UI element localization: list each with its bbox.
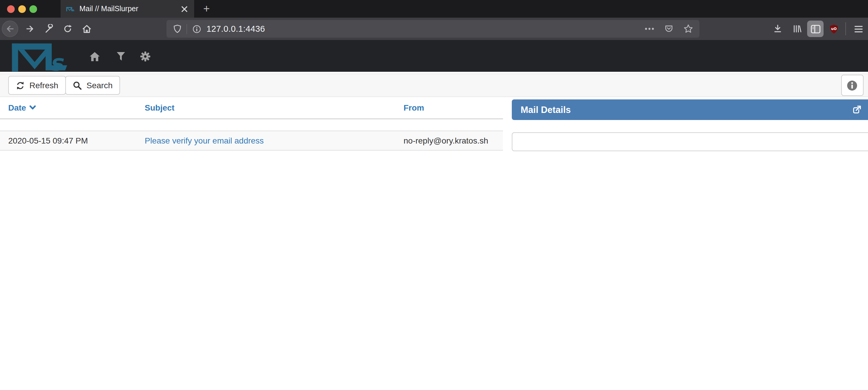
- nav-filter-button[interactable]: [115, 51, 126, 62]
- mail-list-table: Date Subject From 2020-05-15 09:47 PM Pl…: [0, 97, 503, 151]
- tab-title: Mail // MailSlurper: [80, 5, 179, 13]
- back-button[interactable]: [2, 21, 18, 37]
- column-header-subject[interactable]: Subject: [136, 103, 395, 112]
- info-circle-icon: [846, 80, 858, 91]
- home-icon: [82, 24, 91, 34]
- search-icon: [73, 81, 82, 90]
- download-icon: [773, 24, 782, 33]
- column-header-date[interactable]: Date: [0, 103, 136, 112]
- pocket-icon[interactable]: [664, 24, 674, 33]
- filter-icon: [116, 52, 125, 61]
- new-tab-button[interactable]: +: [198, 0, 215, 18]
- window-minimize-button[interactable]: [18, 5, 26, 13]
- window-zoom-button[interactable]: [29, 5, 37, 13]
- mail-date-cell: 2020-05-15 09:47 PM: [0, 136, 136, 145]
- window-close-button[interactable]: [7, 5, 15, 13]
- tab-close-icon[interactable]: [179, 4, 189, 13]
- developer-tools-button[interactable]: [40, 21, 57, 37]
- mailslurper-navbar: s: [0, 40, 868, 72]
- sidebar-toggle-button[interactable]: [807, 21, 824, 37]
- mailslurper-favicon: s: [66, 5, 75, 13]
- downloads-button[interactable]: [770, 21, 786, 37]
- column-header-from[interactable]: From: [395, 103, 503, 112]
- tab-strip: s Mail // MailSlurper +: [0, 0, 868, 18]
- ublock-icon: uO: [829, 24, 839, 34]
- refresh-button[interactable]: Refresh: [8, 76, 66, 95]
- svg-text:s: s: [50, 50, 64, 72]
- empty-table-row: [0, 119, 503, 131]
- external-link-icon: [852, 105, 861, 114]
- open-in-new-window-button[interactable]: [852, 105, 861, 114]
- library-icon: [792, 24, 802, 33]
- reload-button[interactable]: [59, 21, 76, 37]
- svg-text:s: s: [72, 8, 74, 12]
- sidebar-icon: [810, 24, 820, 33]
- mail-row[interactable]: 2020-05-15 09:47 PM Please verify your e…: [0, 131, 503, 151]
- action-toolbar: Refresh Search: [0, 73, 868, 97]
- search-label: Search: [87, 81, 113, 90]
- mailslurper-logo[interactable]: s: [6, 42, 72, 72]
- info-icon[interactable]: [192, 24, 201, 33]
- sort-caret-down-icon: [30, 105, 36, 110]
- reload-icon: [63, 24, 72, 33]
- gear-icon: [140, 51, 151, 62]
- tracking-shield-icon[interactable]: [173, 24, 182, 33]
- nav-home-button[interactable]: [89, 51, 101, 62]
- mail-subject-link[interactable]: Please verify your email address: [145, 136, 264, 145]
- mail-list-header-row: Date Subject From: [0, 97, 503, 119]
- nav-settings-button[interactable]: [140, 51, 151, 62]
- mail-subject-cell: Please verify your email address: [136, 136, 395, 145]
- mail-from-cell: no-reply@ory.kratos.sh: [395, 136, 503, 145]
- browser-tab[interactable]: s Mail // MailSlurper: [61, 0, 194, 18]
- wrench-icon: [44, 24, 54, 34]
- back-arrow-icon: [5, 24, 15, 33]
- url-text[interactable]: 127.0.0.1:4436: [207, 24, 265, 33]
- toolbar-separator: [845, 22, 846, 35]
- bookmark-star-icon[interactable]: [684, 24, 693, 33]
- mail-info-button[interactable]: [841, 75, 863, 96]
- mail-details-body: [512, 132, 868, 151]
- mail-details-header: Mail Details: [512, 99, 868, 120]
- library-button[interactable]: [788, 21, 805, 37]
- home-icon: [89, 52, 100, 61]
- hamburger-menu-icon: [854, 25, 863, 33]
- main-content: Date Subject From 2020-05-15 09:47 PM Pl…: [0, 97, 868, 390]
- browser-window: s Mail // MailSlurper +: [0, 0, 868, 390]
- forward-arrow-icon: [25, 24, 35, 33]
- home-button[interactable]: [78, 21, 95, 37]
- mail-details-title: Mail Details: [521, 104, 571, 115]
- svg-text:uO: uO: [831, 27, 837, 31]
- urlbar-divider: [186, 24, 187, 34]
- menu-button[interactable]: [850, 21, 867, 37]
- search-button[interactable]: Search: [65, 76, 120, 95]
- url-bar[interactable]: 127.0.0.1:4436: [166, 20, 700, 38]
- forward-button[interactable]: [22, 21, 38, 37]
- refresh-icon: [16, 81, 25, 90]
- ublock-extension-button[interactable]: uO: [825, 21, 842, 37]
- refresh-label: Refresh: [29, 81, 58, 90]
- browser-toolbar: 127.0.0.1:4436: [0, 18, 868, 40]
- page-actions-icon[interactable]: [645, 27, 654, 31]
